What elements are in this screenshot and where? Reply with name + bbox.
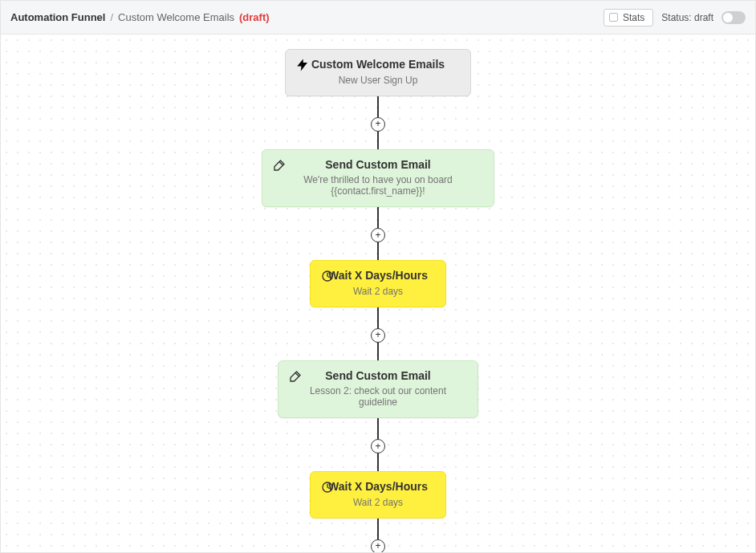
add-step-button[interactable]: + [371,539,385,553]
wait-node-2[interactable]: Wait X Days/Hours Wait 2 days [310,471,446,518]
stats-checkbox[interactable]: Stats [604,9,653,26]
wait-title: Wait X Days/Hours [325,269,431,283]
funnel-name: Custom Welcome Emails [118,11,234,23]
add-step-button[interactable]: + [371,117,385,132]
draft-badge: (draft) [239,11,270,23]
email-node-2[interactable]: Send Custom Email Lesson 2: check out ou… [278,360,478,419]
email-subtitle: We're thrilled to have you on board {{co… [277,174,479,197]
stats-label: Stats [623,12,644,23]
wait-node-1[interactable]: Wait X Days/Hours Wait 2 days [310,260,446,307]
status-label: Status: draft [661,12,713,23]
connector: + [371,418,385,471]
email-title: Send Custom Email [293,369,463,384]
flow-container: Custom Welcome Emails New User Sign Up +… [1,35,755,552]
add-step-button[interactable]: + [371,439,385,453]
email-subtitle: Lesson 2: check out our content guidelin… [293,385,463,408]
clock-icon [319,267,336,285]
trigger-node[interactable]: Custom Welcome Emails New User Sign Up [285,49,471,96]
email-title: Send Custom Email [277,158,479,173]
clock-icon [319,478,336,496]
wait-title: Wait X Days/Hours [325,480,431,494]
wait-subtitle: Wait 2 days [325,497,431,508]
wait-subtitle: Wait 2 days [325,286,431,297]
bolt-icon [294,56,311,74]
connector: + [371,307,385,360]
header-bar: Automation Funnel / Custom Welcome Email… [1,1,755,35]
connector: + [371,518,385,553]
flow-canvas[interactable]: Custom Welcome Emails New User Sign Up +… [1,35,755,552]
breadcrumb: Automation Funnel / Custom Welcome Email… [10,11,604,23]
compose-icon [287,368,304,385]
trigger-title: Custom Welcome Emails [300,58,456,72]
compose-icon [270,157,288,174]
email-node-1[interactable]: Send Custom Email We're thrilled to have… [262,149,494,208]
trigger-subtitle: New User Sign Up [300,75,456,86]
add-step-button[interactable]: + [371,228,385,242]
breadcrumb-separator: / [110,11,113,23]
connector: + [371,207,385,260]
checkbox-box [609,13,618,22]
connector: + [371,96,385,149]
breadcrumb-root[interactable]: Automation Funnel [10,11,105,23]
add-step-button[interactable]: + [371,328,385,343]
status-toggle[interactable] [721,11,746,24]
